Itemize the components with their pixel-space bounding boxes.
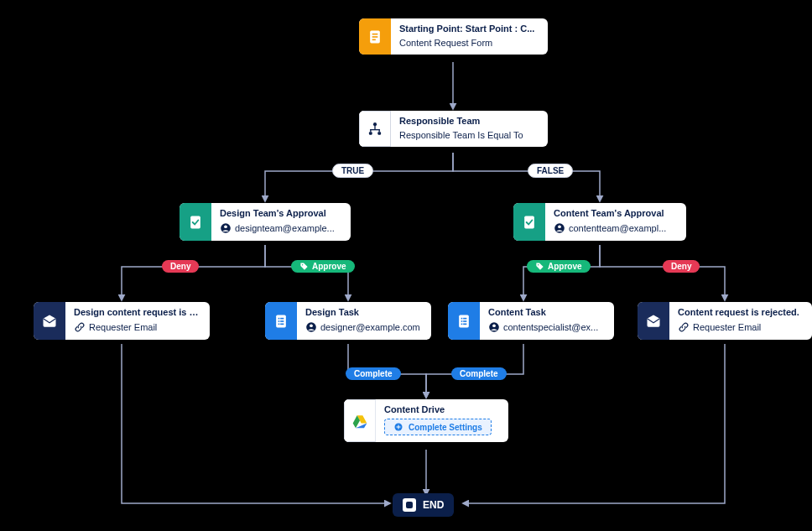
svg-rect-2 xyxy=(372,36,378,38)
svg-rect-33 xyxy=(461,323,463,325)
edge-label-approve: Approve xyxy=(527,260,591,273)
node-design-task[interactable]: Design Task designer@example.com xyxy=(265,302,431,340)
svg-rect-5 xyxy=(374,125,375,128)
svg-rect-8 xyxy=(379,129,380,132)
edge-label-false: FALSE xyxy=(528,164,573,178)
plus-circle-icon xyxy=(393,422,403,432)
node-content-task[interactable]: Content Task contentspecialist@ex... xyxy=(448,302,614,340)
svg-rect-23 xyxy=(280,320,284,322)
node-end: END xyxy=(393,493,454,517)
edge-label-true: TRUE xyxy=(332,164,373,178)
svg-rect-21 xyxy=(280,317,284,319)
node-subtitle: Requester Email xyxy=(89,322,157,332)
approval-icon xyxy=(180,203,211,241)
svg-rect-30 xyxy=(463,317,466,319)
person-icon xyxy=(554,222,565,234)
node-design-approval[interactable]: Design Team's Approval designteam@exampl… xyxy=(180,203,351,241)
end-label: END xyxy=(423,499,444,511)
edge-label-deny: Deny xyxy=(162,260,199,273)
edge-label-complete: Complete xyxy=(346,367,401,380)
node-content-rejected[interactable]: Content request is rejected. Requester E… xyxy=(638,302,812,340)
svg-rect-3 xyxy=(372,39,376,40)
person-icon xyxy=(305,321,317,333)
svg-rect-31 xyxy=(461,320,463,322)
svg-point-13 xyxy=(224,225,227,228)
branch-icon xyxy=(359,111,391,147)
google-drive-icon xyxy=(344,399,376,442)
svg-rect-6 xyxy=(370,129,380,130)
node-subtitle: designteam@example... xyxy=(235,223,335,233)
svg-rect-10 xyxy=(377,132,381,134)
email-icon xyxy=(638,302,669,340)
node-title: Design Task xyxy=(305,307,423,317)
form-icon xyxy=(359,18,391,55)
node-title: Content Task xyxy=(488,307,606,317)
svg-point-36 xyxy=(492,324,496,327)
complete-settings-button[interactable]: Complete Settings xyxy=(384,419,492,435)
svg-point-4 xyxy=(373,122,377,126)
link-icon xyxy=(678,321,690,333)
edge-label-deny: Deny xyxy=(663,260,700,273)
node-condition[interactable]: Responsible Team Responsible Team Is Equ… xyxy=(359,111,548,147)
node-subtitle: contentspecialist@ex... xyxy=(503,322,598,332)
node-subtitle: contentteam@exampl... xyxy=(569,223,666,233)
svg-rect-7 xyxy=(370,129,371,132)
task-icon xyxy=(448,302,480,340)
svg-point-27 xyxy=(310,324,313,327)
svg-rect-32 xyxy=(463,320,466,322)
node-content-drive[interactable]: Content Drive Complete Settings xyxy=(344,399,508,442)
svg-rect-24 xyxy=(278,323,280,325)
stop-icon xyxy=(403,498,416,512)
person-icon xyxy=(220,222,232,234)
tag-icon xyxy=(535,262,544,271)
node-title: Design content request is rej... xyxy=(74,307,201,317)
node-subtitle: Responsible Team Is Equal To xyxy=(399,130,523,140)
node-subtitle: Content Request Form xyxy=(399,38,492,48)
approval-icon xyxy=(513,203,545,241)
node-subtitle: Requester Email xyxy=(693,322,761,332)
svg-rect-34 xyxy=(463,323,466,325)
svg-point-16 xyxy=(558,225,561,228)
node-title: Starting Point: Start Point : C... xyxy=(399,23,539,34)
node-design-rejected[interactable]: Design content request is rej... Request… xyxy=(34,302,210,340)
edge-label-approve: Approve xyxy=(291,260,355,273)
email-icon xyxy=(34,302,65,340)
node-subtitle: designer@example.com xyxy=(320,322,420,332)
svg-point-18 xyxy=(538,264,539,265)
node-title: Content Drive xyxy=(384,404,500,414)
node-start[interactable]: Starting Point: Start Point : C... Conte… xyxy=(359,18,548,55)
svg-rect-42 xyxy=(397,427,401,428)
task-icon xyxy=(265,302,297,340)
svg-rect-29 xyxy=(461,317,463,319)
node-title: Content request is rejected. xyxy=(678,307,804,317)
svg-rect-1 xyxy=(372,33,378,34)
svg-rect-20 xyxy=(278,317,280,319)
svg-rect-22 xyxy=(278,320,280,322)
edge-label-complete: Complete xyxy=(451,367,507,380)
node-title: Design Team's Approval xyxy=(220,208,342,218)
node-title: Content Team's Approval xyxy=(554,208,678,218)
person-icon xyxy=(488,321,500,333)
link-icon xyxy=(74,321,86,333)
svg-rect-9 xyxy=(369,132,372,134)
svg-point-17 xyxy=(302,264,303,265)
node-content-approval[interactable]: Content Team's Approval contentteam@exam… xyxy=(513,203,686,241)
svg-rect-25 xyxy=(280,323,284,325)
tag-icon xyxy=(299,262,309,271)
node-title: Responsible Team xyxy=(399,116,539,126)
